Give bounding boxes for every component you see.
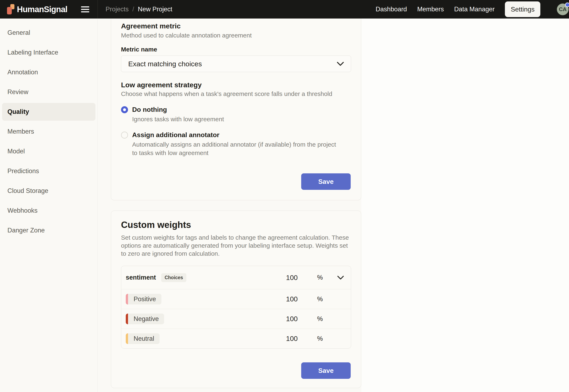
label-name: Negative — [134, 315, 159, 323]
radio-option-label: Do nothing — [132, 105, 224, 114]
radio-button[interactable] — [121, 132, 128, 139]
sidebar-item-model[interactable]: Model — [2, 142, 95, 160]
navbar-right-section: Dashboard Members Data Manager Settings … — [376, 0, 569, 18]
radio-option-description: Ignores tasks with low agreement — [132, 115, 224, 123]
sidebar-item-label: General — [7, 29, 30, 36]
tag-name: sentiment — [126, 274, 156, 281]
label-weight-unit: % — [310, 335, 330, 342]
sidebar-item-label: Members — [7, 128, 34, 135]
save-button[interactable]: Save — [301, 362, 351, 379]
humansignal-logo: HumanSignal — [7, 4, 67, 15]
sidebar-item-predictions[interactable]: Predictions — [2, 162, 95, 180]
avatar[interactable]: CA — [557, 3, 569, 15]
radio-option-description: Automatically assigns an additional anno… — [132, 140, 336, 157]
sidebar-item-label: Review — [7, 88, 29, 96]
settings-button[interactable]: Settings — [505, 1, 540, 17]
sidebar-item-label: Danger Zone — [7, 227, 45, 234]
chevron-down-icon — [337, 62, 344, 66]
label-weight-unit: % — [310, 295, 330, 303]
custom-weights-title: Custom weights — [121, 219, 351, 231]
sidebar-item-label: Quality — [7, 108, 29, 115]
sidebar-item-webhooks[interactable]: Webhooks — [2, 202, 95, 220]
sidebar-item-label: Predictions — [7, 167, 39, 175]
sidebar-item-annotation[interactable]: Annotation — [2, 63, 95, 81]
label-chip: Negative — [126, 314, 164, 324]
breadcrumb-separator: / — [132, 6, 134, 13]
radio-option-label: Assign additional annotator — [132, 130, 336, 139]
breadcrumb-projects-link[interactable]: Projects — [105, 6, 129, 13]
custom-weights-description: Set custom weights for tags and labels t… — [121, 234, 351, 258]
sidebar-item-label: Model — [7, 148, 25, 155]
weight-rows: Positive 100 % Negative 100 % Neutral 10… — [121, 289, 351, 348]
right-empty-pane — [361, 18, 569, 392]
label-color-bar — [126, 314, 128, 324]
low-agreement-strategy-subtitle: Choose what happens when a task's agreem… — [121, 90, 351, 98]
radio-option[interactable]: Do nothing Ignores tasks with low agreem… — [121, 105, 351, 123]
sidebar-item-review[interactable]: Review — [2, 83, 95, 101]
weight-row: Negative 100 % — [121, 309, 351, 329]
weights-group-header-row[interactable]: sentiment Choices 100 % — [121, 266, 351, 289]
label-weight-unit: % — [310, 315, 330, 323]
sidebar-item-label: Webhooks — [7, 207, 38, 214]
nav-link-data-manager[interactable]: Data Manager — [454, 6, 494, 13]
label-color-bar — [126, 333, 128, 344]
group-weight-value[interactable]: 100 — [273, 274, 298, 282]
humansignal-logo-icon — [7, 4, 15, 15]
sidebar-item-label: Cloud Storage — [7, 187, 48, 195]
hamburger-menu-icon[interactable] — [81, 6, 89, 12]
label-name: Positive — [134, 295, 156, 303]
sidebar-item-members[interactable]: Members — [2, 123, 95, 140]
sidebar-item-label: Labeling Interface — [7, 49, 58, 56]
tag-type-badge: Choices — [161, 273, 186, 282]
label-color-bar — [126, 294, 128, 305]
sidebar-item-cloud-storage[interactable]: Cloud Storage — [2, 182, 95, 200]
metric-name-label: Metric name — [121, 45, 351, 54]
sidebar-item-danger-zone[interactable]: Danger Zone — [2, 222, 95, 239]
breadcrumb-current-project: New Project — [138, 6, 172, 13]
metric-name-value: Exact matching choices — [128, 60, 202, 68]
label-weight-value[interactable]: 100 — [273, 315, 298, 323]
weight-row: Positive 100 % — [121, 289, 351, 309]
radio-option[interactable]: Assign additional annotator Automaticall… — [121, 130, 351, 157]
label-weight-value[interactable]: 100 — [273, 335, 298, 343]
label-weight-value[interactable]: 100 — [273, 295, 298, 303]
save-button[interactable]: Save — [301, 173, 351, 190]
agreement-metric-subtitle: Method used to calculate annotation agre… — [121, 31, 351, 40]
notification-dot — [565, 2, 569, 7]
collapse-chevron[interactable] — [330, 276, 351, 280]
sidebar-item-quality[interactable]: Quality — [2, 103, 95, 121]
navbar-left-section: HumanSignal — [0, 0, 98, 18]
group-weight-unit: % — [310, 274, 330, 281]
agreement-metric-title: Agreement metric — [121, 21, 351, 30]
nav-link-members[interactable]: Members — [417, 6, 444, 13]
avatar-initials: CA — [559, 6, 567, 13]
nav-link-dashboard[interactable]: Dashboard — [376, 6, 407, 13]
nav-links: Dashboard Members Data Manager — [376, 6, 494, 13]
metric-name-select[interactable]: Exact matching choices — [121, 56, 351, 72]
custom-weights-card: Custom weights Set custom weights for ta… — [111, 211, 361, 388]
label-chip: Positive — [126, 294, 161, 305]
label-chip: Neutral — [126, 333, 160, 344]
settings-sidebar: General Labeling Interface Annotation Re… — [0, 18, 98, 392]
agreement-metric-card: Agreement metric Method used to calculat… — [111, 18, 361, 200]
weights-table: sentiment Choices 100 % Positive 100 % N… — [121, 266, 351, 349]
sidebar-item-general[interactable]: General — [2, 24, 95, 42]
breadcrumb: Projects / New Project — [98, 0, 172, 18]
logo-text: HumanSignal — [17, 5, 67, 14]
strategy-options: Do nothing Ignores tasks with low agreem… — [121, 105, 351, 157]
chevron-down-icon — [337, 276, 344, 280]
sidebar-item-labeling-interface[interactable]: Labeling Interface — [2, 44, 95, 61]
low-agreement-strategy-title: Low agreement strategy — [121, 80, 351, 89]
radio-button[interactable] — [121, 106, 128, 113]
label-name: Neutral — [134, 335, 154, 342]
top-navbar: HumanSignal Projects / New Project Dashb… — [0, 0, 569, 18]
sidebar-item-label: Annotation — [7, 69, 38, 76]
weight-row: Neutral 100 % — [121, 329, 351, 348]
